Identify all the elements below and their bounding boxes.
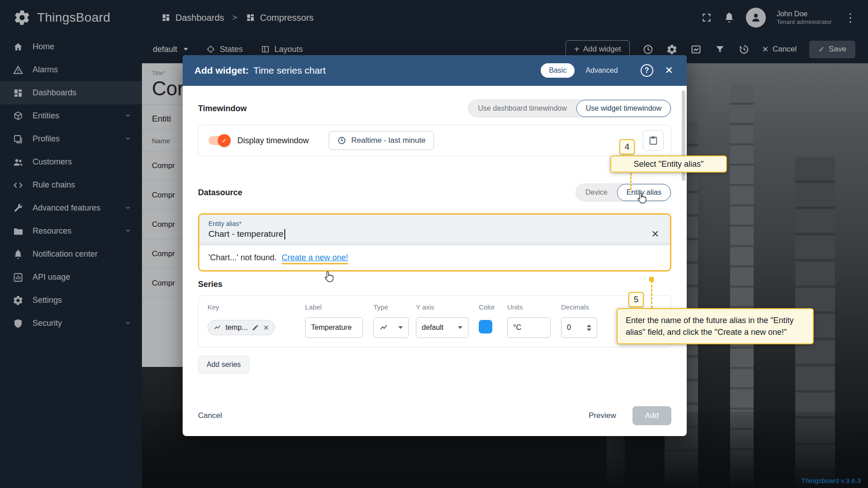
add-widget-dialog: Add widget: Time series chart Basic Adva… bbox=[183, 55, 687, 436]
datasource-section-header: Datasource Device Entity alias bbox=[198, 183, 671, 202]
dialog-header-actions: Basic Advanced ? ✕ bbox=[541, 63, 675, 78]
display-timewindow-row: ✓ Display timewindow Realtime - last min… bbox=[198, 125, 671, 156]
column-type: Type bbox=[373, 303, 416, 311]
step-4-tooltip: Select "Entity alias" bbox=[610, 155, 727, 173]
stepper-arrows[interactable] bbox=[587, 324, 591, 331]
series-section-header: Series bbox=[198, 280, 671, 289]
pointer-cursor-icon bbox=[636, 192, 648, 206]
preview-button[interactable]: Preview bbox=[589, 411, 616, 420]
column-key: Key bbox=[208, 303, 305, 311]
tab-advanced[interactable]: Advanced bbox=[577, 63, 626, 78]
step-5-connector bbox=[651, 281, 652, 308]
series-units-input[interactable]: °C bbox=[507, 317, 551, 338]
dialog-body: Timewindow Use dashboard timewindow Use … bbox=[183, 86, 687, 436]
tab-basic[interactable]: Basic bbox=[541, 63, 575, 78]
close-icon[interactable]: ✕ bbox=[663, 64, 675, 77]
step-4-badge: 4 bbox=[619, 139, 635, 155]
step-4-connector bbox=[630, 173, 632, 190]
series-type-select[interactable] bbox=[373, 317, 409, 338]
paste-timewindow-button[interactable] bbox=[643, 130, 664, 151]
chart-type-icon bbox=[379, 323, 388, 332]
series-key-chip[interactable]: temp... ✕ bbox=[208, 320, 275, 335]
create-new-alias-link[interactable]: Create a new one! bbox=[282, 253, 348, 264]
dialog-footer: Cancel Preview Add bbox=[198, 398, 671, 425]
timewindow-heading: Timewindow bbox=[198, 104, 247, 113]
text-cursor bbox=[284, 229, 285, 239]
dialog-add-button[interactable]: Add bbox=[632, 406, 671, 425]
help-icon[interactable]: ? bbox=[641, 64, 653, 77]
column-color: Color bbox=[479, 303, 507, 311]
y-axis-value: default bbox=[422, 324, 443, 332]
display-timewindow-label: Display timewindow bbox=[237, 136, 309, 145]
caret-down-icon bbox=[458, 326, 462, 329]
timeseries-icon bbox=[213, 324, 222, 332]
mode-toggle: Basic Advanced bbox=[541, 63, 626, 78]
series-color-swatch[interactable] bbox=[479, 320, 492, 333]
series-label-input[interactable]: Temperature bbox=[305, 317, 363, 338]
clock-icon bbox=[337, 136, 346, 145]
entity-alias-input[interactable]: Chart - temperature bbox=[208, 229, 283, 239]
check-icon: ✓ bbox=[222, 137, 227, 144]
dialog-cancel-button[interactable]: Cancel bbox=[198, 411, 222, 420]
clear-field-icon[interactable]: ✕ bbox=[649, 229, 661, 239]
entity-alias-field-label: Entity alias* bbox=[208, 220, 661, 227]
dialog-title-prefix: Add widget: bbox=[194, 65, 249, 76]
series-row: temp... ✕ Temperature bbox=[208, 317, 662, 338]
pointer-cursor-icon bbox=[323, 270, 335, 285]
series-table-header: Key Label Type Y axis Color Units Decima… bbox=[208, 303, 662, 311]
dialog-header: Add widget: Time series chart Basic Adva… bbox=[183, 55, 687, 86]
entity-alias-value-row: Chart - temperature ✕ bbox=[208, 229, 661, 239]
remove-key-icon[interactable]: ✕ bbox=[263, 324, 269, 332]
not-found-text: 'Chart...' not found. bbox=[208, 253, 277, 262]
column-units: Units bbox=[507, 303, 561, 311]
step-5-tooltip: Enter the name of the future alias in th… bbox=[617, 308, 814, 344]
step-5-badge: 5 bbox=[628, 292, 644, 307]
column-decimals: Decimals bbox=[561, 303, 606, 311]
thingsboard-app: ThingsBoard Dashboards > Compressors bbox=[0, 0, 868, 488]
add-series-button[interactable]: Add series bbox=[198, 356, 250, 374]
use-dashboard-timewindow-option[interactable]: Use dashboard timewindow bbox=[468, 100, 576, 117]
series-heading: Series bbox=[198, 280, 222, 289]
series-y-axis-select[interactable]: default bbox=[416, 317, 468, 338]
timewindow-section-header: Timewindow Use dashboard timewindow Use … bbox=[198, 99, 671, 117]
paste-icon bbox=[648, 136, 658, 145]
datasource-type-toggle: Device Entity alias bbox=[576, 183, 671, 202]
timewindow-source-toggle: Use dashboard timewindow Use widget time… bbox=[468, 99, 671, 117]
toggle-knob: ✓ bbox=[218, 134, 231, 147]
entity-alias-field[interactable]: Entity alias* Chart - temperature ✕ bbox=[199, 215, 670, 245]
realtime-label: Realtime - last minute bbox=[351, 136, 425, 145]
dialog-title: Time series chart bbox=[253, 65, 326, 76]
series-decimals-stepper[interactable]: 0 bbox=[561, 317, 597, 338]
decimals-value: 0 bbox=[567, 324, 571, 332]
series-table: Key Label Type Y axis Color Units Decima… bbox=[198, 296, 671, 347]
column-y-axis: Y axis bbox=[416, 303, 479, 311]
series-key-label: temp... bbox=[226, 324, 248, 332]
device-option[interactable]: Device bbox=[576, 184, 617, 201]
caret-down-icon bbox=[398, 326, 403, 329]
realtime-timewindow-button[interactable]: Realtime - last minute bbox=[329, 131, 434, 150]
footer-actions: Preview Add bbox=[589, 406, 671, 425]
column-label: Label bbox=[305, 303, 373, 311]
edit-pencil-icon[interactable] bbox=[252, 324, 259, 331]
datasource-heading: Datasource bbox=[198, 188, 242, 197]
use-widget-timewindow-option[interactable]: Use widget timewindow bbox=[576, 100, 671, 117]
display-timewindow-toggle[interactable]: ✓ bbox=[208, 136, 229, 145]
entity-alias-autocomplete: 'Chart...' not found. Create a new one! bbox=[199, 245, 670, 270]
entity-alias-highlight: Entity alias* Chart - temperature ✕ 'Cha… bbox=[198, 213, 671, 272]
